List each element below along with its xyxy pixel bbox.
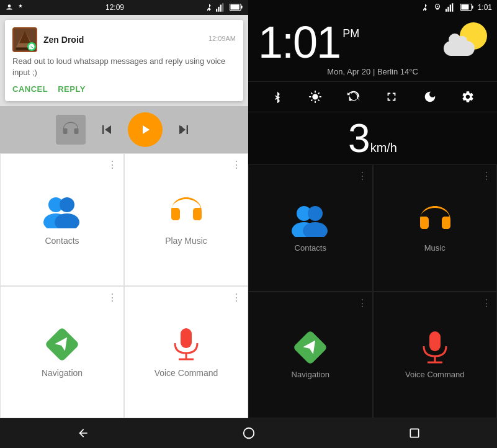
speed-number: 3 [348, 116, 370, 161]
left-panel: 12:09 [0, 0, 248, 418]
navigation-cell-left[interactable]: ⋮ Navigation [0, 286, 124, 418]
notification-title-area: Zen Droid 12:09AM [43, 35, 236, 45]
music-cell-left[interactable]: ⋮ Play Music [124, 153, 248, 285]
brightness-qs[interactable] [304, 86, 326, 108]
music-menu-left[interactable]: ⋮ [231, 160, 241, 170]
cloud-shape [444, 41, 475, 56]
time-right: 1:01 [478, 3, 492, 12]
speed-unit: km/h [370, 141, 397, 155]
contacts-icon-right [288, 204, 333, 238]
fullscreen-qs[interactable] [380, 86, 403, 108]
back-icon [77, 427, 89, 439]
notification-app-name: Zen Droid [43, 35, 84, 45]
rotation-qs[interactable] [343, 86, 365, 108]
navigation-label-right: Navigation [292, 370, 329, 379]
app-grid-right: ⋮ Contacts ⋮ [248, 164, 497, 418]
play-circle [128, 112, 163, 147]
home-button[interactable] [166, 418, 331, 448]
bluetooth-icon-right [421, 3, 429, 12]
back-button[interactable] [0, 418, 166, 448]
music-menu-right[interactable]: ⋮ [481, 170, 491, 182]
voice-cell-left[interactable]: ⋮ Voice Command [124, 286, 248, 418]
svg-rect-7 [230, 4, 239, 9]
svg-rect-22 [447, 7, 449, 12]
prev-button[interactable] [98, 121, 115, 138]
contacts-cell-left[interactable]: ⋮ Contacts [0, 153, 124, 285]
svg-rect-1 [216, 9, 217, 12]
status-icons-left [5, 3, 25, 12]
navigation-icon-left [40, 326, 84, 363]
svg-rect-17 [181, 328, 192, 348]
contacts-menu-left[interactable]: ⋮ [107, 160, 117, 170]
svg-rect-3 [220, 5, 222, 12]
headphone-gray-icon [61, 121, 81, 138]
speed-display: 3km/h [248, 112, 497, 164]
status-bar-right: 1:01 [248, 0, 497, 15]
svg-rect-37 [410, 429, 418, 437]
navigation-icon-right [288, 330, 333, 365]
whatsapp-icon [29, 43, 35, 50]
settings-icon-left [16, 3, 25, 12]
notification-card: Zen Droid 12:09AM Read out to loud whats… [5, 20, 243, 101]
recent-button[interactable] [331, 418, 497, 448]
nav-diamond-left [45, 327, 79, 362]
svg-rect-23 [449, 5, 450, 12]
navigation-menu-left[interactable]: ⋮ [107, 293, 117, 303]
bluetooth-qs-icon [271, 91, 284, 103]
sleep-qs[interactable] [419, 86, 441, 108]
right-panel: 1:01 1:01 PM Mon, Apr 20 | Berlin 14°C [248, 0, 497, 418]
voice-menu-left[interactable]: ⋮ [231, 293, 241, 303]
notification-time: 12:09AM [208, 35, 236, 42]
contacts-icon-left [40, 194, 84, 231]
clock-digits: 1:01 [258, 20, 340, 65]
cancel-button[interactable]: CANCEL [12, 84, 48, 94]
music-icon-right [413, 204, 457, 238]
media-player [0, 106, 248, 153]
svg-rect-4 [222, 3, 223, 12]
clock-ampm: PM [343, 27, 359, 40]
svg-rect-26 [472, 6, 473, 9]
signal-icon-right [446, 3, 457, 12]
status-icons-right-left [205, 3, 243, 12]
contacts-cell-right[interactable]: ⋮ Contacts [248, 164, 373, 292]
home-icon [242, 426, 256, 440]
svg-point-30 [308, 206, 323, 221]
music-cell-right[interactable]: ⋮ Music [373, 164, 498, 292]
svg-rect-2 [218, 7, 219, 12]
bluetooth-qs[interactable] [266, 86, 289, 108]
weather-icon [444, 20, 487, 57]
svg-rect-33 [429, 331, 441, 351]
music-label-right: Music [424, 243, 446, 253]
contacts-label-right: Contacts [295, 243, 326, 253]
nav-bar [0, 418, 497, 448]
settings-qs[interactable] [457, 86, 479, 108]
play-icon [138, 122, 153, 137]
svg-point-14 [60, 197, 74, 212]
navigation-menu-right[interactable]: ⋮ [357, 297, 367, 309]
next-button[interactable] [175, 121, 192, 138]
battery-icon-right [460, 4, 474, 11]
nav-diamond-right [293, 330, 328, 365]
play-button[interactable] [128, 112, 163, 147]
contacts-label-left: Contacts [45, 236, 79, 246]
navigation-cell-right[interactable]: ⋮ Navigation [248, 292, 373, 419]
android-icon [5, 3, 14, 12]
bluetooth-icon-left [205, 3, 213, 12]
headphone-orange-right [414, 205, 456, 237]
reply-button[interactable]: REPLY [58, 84, 86, 94]
svg-point-0 [8, 4, 11, 7]
voice-menu-right[interactable]: ⋮ [481, 297, 491, 309]
clock-time-area: 1:01 PM [258, 20, 359, 65]
next-icon [175, 121, 192, 138]
contacts-menu-right[interactable]: ⋮ [357, 170, 367, 182]
headphone-orange-left [165, 196, 207, 228]
app-grid-left: ⋮ Contacts ⋮ [0, 153, 248, 418]
brightness-qs-icon [308, 90, 322, 104]
notification-actions: CANCEL REPLY [12, 84, 236, 94]
svg-rect-21 [446, 9, 447, 12]
music-icon-left [164, 194, 208, 231]
clock-display: 1:01 PM [248, 15, 497, 67]
voice-cell-right[interactable]: ⋮ Voice Command [373, 292, 498, 419]
notification-avatar [12, 27, 37, 52]
voice-label-left: Voice Command [154, 368, 218, 378]
